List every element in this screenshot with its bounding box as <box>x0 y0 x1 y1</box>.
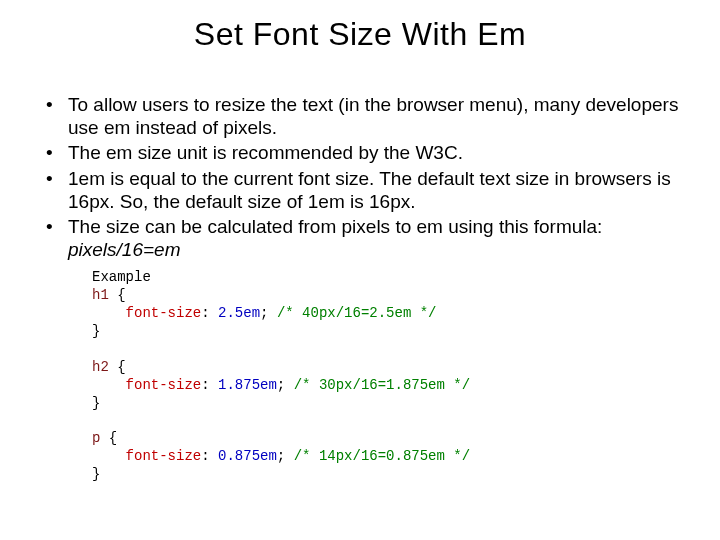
slide-title: Set Font Size With Em <box>40 16 680 53</box>
code-value: 2.5em <box>218 305 260 321</box>
bullet-item: 1em is equal to the current font size. T… <box>40 167 680 213</box>
code-comment: /* 40px/16=2.5em */ <box>277 305 437 321</box>
bullet-list: To allow users to resize the text (in th… <box>40 93 680 261</box>
bullet-item: The size can be calculated from pixels t… <box>40 215 680 261</box>
example-label: Example <box>92 269 151 285</box>
code-property: font-size <box>126 448 202 464</box>
code-selector: p <box>92 430 100 446</box>
code-example: Example h1 { font-size: 2.5em; /* 40px/1… <box>92 269 680 484</box>
code-comment: /* 30px/16=1.875em */ <box>294 377 470 393</box>
bullet-text: The size can be calculated from pixels t… <box>68 216 602 237</box>
code-property: font-size <box>126 305 202 321</box>
code-value: 1.875em <box>218 377 277 393</box>
bullet-item: To allow users to resize the text (in th… <box>40 93 680 139</box>
code-comment: /* 14px/16=0.875em */ <box>294 448 470 464</box>
bullet-item: The em size unit is recommended by the W… <box>40 141 680 164</box>
code-value: 0.875em <box>218 448 277 464</box>
code-selector: h1 <box>92 287 109 303</box>
slide: Set Font Size With Em To allow users to … <box>0 0 720 540</box>
code-selector: h2 <box>92 359 109 375</box>
formula-text: pixels/16=em <box>68 239 180 260</box>
code-property: font-size <box>126 377 202 393</box>
